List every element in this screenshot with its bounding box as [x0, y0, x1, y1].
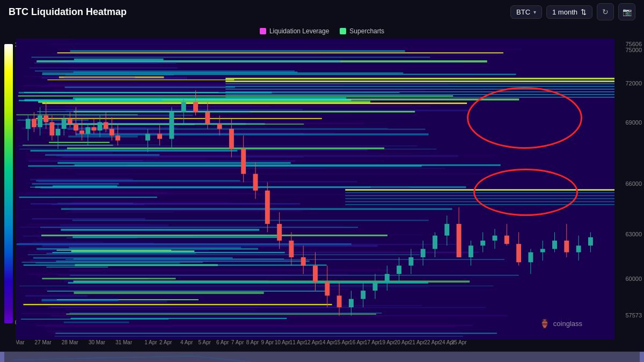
screenshot-button[interactable]: 📷 — [618, 3, 635, 20]
timeframe-selector[interactable]: 1 month ⇅ — [546, 5, 592, 19]
color-scale-bar — [4, 44, 13, 323]
legend-label-supercharts: Supercharts — [349, 27, 384, 35]
legend-label-leverage: Liquidation Leverage — [269, 27, 329, 35]
x-axis-label: 11 Apr — [290, 339, 305, 345]
x-axis-label: 6 Apr — [216, 339, 229, 345]
legend-item-supercharts: Supercharts — [340, 27, 384, 35]
x-axis-label: 14 Apr — [319, 339, 335, 345]
heatmap-canvas — [16, 39, 614, 339]
x-axis-label: 9 Apr — [261, 339, 274, 345]
x-axis-label: 2 Apr — [159, 339, 172, 345]
controls-group: BTC ▾ 1 month ⇅ ↻ 📷 — [510, 3, 635, 20]
x-axis-label: 25 Apr — [451, 339, 467, 345]
x-axis-label: 20 Apr — [394, 339, 410, 345]
y-axis-label: 69000 — [625, 119, 642, 126]
x-axis-label: 1 Apr — [144, 339, 157, 345]
header: BTC Liquidation Heatmap BTC ▾ 1 month ⇅ … — [0, 0, 644, 24]
y-axis-label: 57573 — [625, 312, 642, 318]
x-axis-label: 12 Apr — [304, 339, 320, 345]
x-axis: 26 Mar27 Mar28 Mar30 Mar31 Mar1 Apr2 Apr… — [16, 339, 614, 351]
y-axis-label: 63000 — [625, 231, 642, 237]
x-axis-label: 5 Apr — [199, 339, 211, 345]
x-axis-label: 27 Mar — [35, 339, 52, 345]
camera-icon: 📷 — [623, 8, 632, 16]
legend: Liquidation Leverage Supercharts — [0, 24, 644, 39]
asset-label: BTC — [516, 8, 530, 16]
legend-dot-leverage — [260, 28, 266, 34]
chart-main[interactable]: 🏺 coinglass — [16, 39, 614, 339]
x-axis-label: 31 Mar — [115, 339, 132, 345]
refresh-icon: ↻ — [602, 8, 609, 16]
page-title: BTC Liquidation Heatmap — [9, 6, 127, 18]
watermark-text: coinglass — [553, 320, 582, 328]
legend-dot-supercharts — [340, 28, 346, 34]
dropdown-arrow: ▾ — [533, 9, 536, 15]
watermark-icon: 🏺 — [539, 318, 550, 329]
refresh-button[interactable]: ↻ — [597, 3, 614, 20]
watermark: 🏺 coinglass — [539, 318, 582, 329]
x-axis-label: 8 Apr — [246, 339, 259, 345]
color-scale: 2.79B 0 — [4, 44, 16, 323]
x-axis-label: 21 Apr — [409, 339, 425, 345]
x-axis-label: 19 Apr — [379, 339, 395, 345]
x-axis-label: 28 Mar — [62, 339, 78, 345]
y-axis-label: 60000 — [625, 276, 642, 282]
chart-wrapper: 2.79B 0 🏺 coinglass 75606750007200069000… — [0, 39, 644, 339]
x-axis-label: 7 Apr — [231, 339, 244, 345]
x-axis-label: 17 Apr — [364, 339, 380, 345]
x-axis-label: 26 Mar — [16, 339, 25, 345]
asset-dropdown[interactable]: BTC ▾ — [510, 5, 542, 19]
x-axis-label: 22 Apr — [424, 339, 440, 345]
x-axis-label: 30 Mar — [89, 339, 105, 345]
timeframe-label: 1 month — [552, 8, 577, 16]
y-axis: 7560675000720006900066000630006000057573 — [614, 39, 644, 318]
mini-chart-canvas — [0, 352, 644, 362]
mini-chart[interactable] — [0, 351, 644, 362]
y-axis-label: 72000 — [625, 80, 642, 86]
legend-item-leverage: Liquidation Leverage — [260, 27, 329, 35]
y-axis-label: 75000 — [625, 47, 642, 53]
timeframe-arrow: ⇅ — [581, 8, 587, 16]
x-axis-label: 10 Apr — [275, 339, 290, 345]
x-axis-label: 15 Apr — [334, 339, 350, 345]
x-axis-label: 4 Apr — [180, 339, 193, 345]
y-axis-label: 66000 — [625, 180, 642, 187]
x-axis-label: 16 Apr — [349, 339, 365, 345]
